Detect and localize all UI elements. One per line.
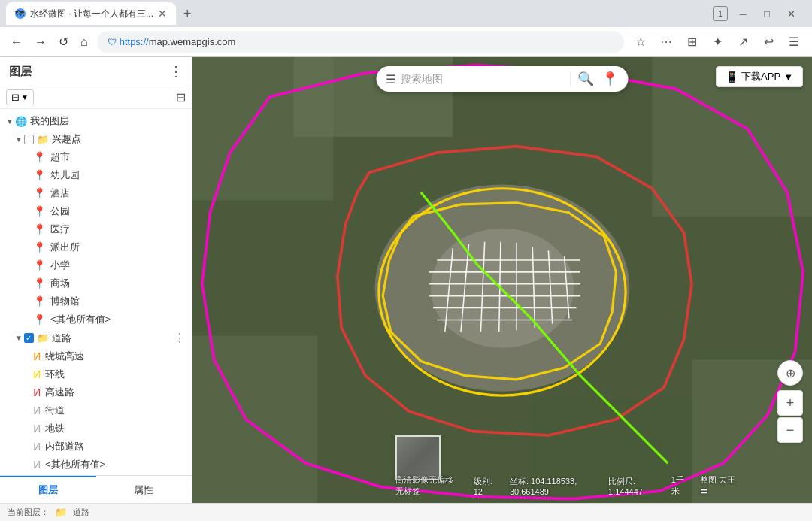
url-protocol: https:// <box>120 36 149 47</box>
map-search-toolbar: ☰ 🔍 📍 <box>377 66 629 92</box>
share-icon[interactable]: ↗ <box>732 32 753 53</box>
tree-item-ring-highway[interactable]: Ͷ 绕城高速 <box>0 347 192 365</box>
new-tab-button[interactable]: + <box>179 5 196 23</box>
layer-type-btn[interactable]: ⊟ ▼ <box>6 89 34 105</box>
url-bar[interactable]: 🛡 https://map.wemapgis.com <box>97 31 624 53</box>
download-app-button[interactable]: 📱 下载APP ▼ <box>716 66 803 87</box>
map-info-bar: 高清影像无偏移无标签 级别: 12 坐标: 104.118533, 30.661… <box>395 474 737 497</box>
road-more-icon[interactable]: ⋮ <box>174 331 186 345</box>
credits-label: 整图 去王 〓 <box>700 474 737 497</box>
tab-layers[interactable]: 图层 <box>0 476 96 503</box>
minimize-icon[interactable]: ─ <box>734 5 752 23</box>
tree-item-poi-others[interactable]: 📍 <其他所有值> <box>0 310 192 329</box>
browser-tab[interactable]: 🗺 水经微图 · 让每一个人都有三... ✕ <box>6 2 176 25</box>
folder-icon-road: 📁 <box>37 332 49 344</box>
map-search-button[interactable]: 🔍 <box>576 69 595 89</box>
tree-item-kindergarten[interactable]: 📍 幼儿园 <box>0 166 192 184</box>
zoom-out-button[interactable]: − <box>777 417 803 443</box>
tree-item-road-group[interactable]: ▼ ✓ 📁 道路 ⋮ <box>0 329 192 347</box>
menu-lines-icon[interactable]: ☰ <box>386 72 396 86</box>
road-ring-highway-icon: Ͷ <box>33 350 41 362</box>
marker-police-icon: 📍 <box>33 241 46 253</box>
street-label: 街道 <box>45 404 65 417</box>
expand-arrow-road[interactable]: ▼ <box>15 334 23 342</box>
marker-others-icon: 📍 <box>33 314 46 326</box>
road-street-icon: Ͷ <box>33 404 41 416</box>
current-layer-value: 道路 <box>73 507 89 518</box>
sidebar-header-icons: ⋮ <box>169 63 183 80</box>
tab-favicon: 🗺 <box>15 8 26 19</box>
map-zoom-controls: ⊕ + − <box>777 360 803 443</box>
highway-label: 高速路 <box>45 386 74 399</box>
sidebar: 图层 ⋮ ⊟ ▼ ⊟ ▼ 🌐 我的图层 ▼ <box>0 57 192 503</box>
more-tools-icon[interactable]: ⋯ <box>656 32 677 53</box>
sidebar-toolbar: ⊟ ▼ ⊟ <box>0 86 192 109</box>
tree-item-internal-road[interactable]: Ͷ 内部道路 <box>0 438 192 456</box>
compass-icon: ⊕ <box>786 366 795 380</box>
toolbar-divider <box>571 71 571 86</box>
tree-item-road-others[interactable]: Ͷ <其他所有值> <box>0 456 192 474</box>
medical-label: 医疗 <box>50 223 70 236</box>
tab-close-btn[interactable]: ✕ <box>158 8 167 20</box>
tree-item-supermarket[interactable]: 📍 超市 <box>0 148 192 166</box>
tree-item-primary-school[interactable]: 📍 小学 <box>0 256 192 274</box>
map-search-input[interactable] <box>401 73 566 85</box>
expand-arrow-my-layers[interactable]: ▼ <box>6 117 14 126</box>
tree-item-medical[interactable]: 📍 医疗 <box>0 220 192 238</box>
tree-item-museum[interactable]: 📍 博物馆 <box>0 292 192 310</box>
bookmark-icon[interactable]: ☆ <box>630 32 651 53</box>
police-label: 派出所 <box>50 241 80 254</box>
internal-road-label: 内部道路 <box>45 440 84 453</box>
download-dropdown-arrow: ▼ <box>783 71 793 83</box>
address-bar: ← → ↺ ⌂ 🛡 https://map.wemapgis.com ☆ ⋯ ⊞… <box>0 27 812 57</box>
scale-label: 比例尺: 1:144447 <box>608 476 659 496</box>
tree-item-ring-road[interactable]: Ͷ 环线 <box>0 365 192 383</box>
filter-icon[interactable]: ⊟ <box>176 91 186 104</box>
undo-icon[interactable]: ↩ <box>758 32 779 53</box>
subway-label: 地铁 <box>45 422 65 435</box>
supermarket-label: 超市 <box>50 150 70 164</box>
back-button[interactable]: ← <box>8 34 26 50</box>
url-domain: map.wemapgis.com <box>149 36 236 47</box>
tree-item-highway[interactable]: Ͷ 高速路 <box>0 383 192 401</box>
close-window-icon[interactable]: ✕ <box>782 5 800 23</box>
map-location-button[interactable]: 📍 <box>600 69 620 89</box>
tab-attributes[interactable]: 属性 <box>96 476 192 503</box>
refresh-button[interactable]: ↺ <box>56 33 71 50</box>
expand-arrow-poi[interactable]: ▼ <box>15 135 23 144</box>
road-group-label: 道路 <box>52 332 71 345</box>
maximize-icon[interactable]: □ <box>758 5 776 23</box>
compass-button[interactable]: ⊕ <box>777 360 803 386</box>
home-button[interactable]: ⌂ <box>77 34 91 50</box>
tree-item-park[interactable]: 📍 公园 <box>0 202 192 220</box>
road-internal-icon: Ͷ <box>33 441 41 453</box>
tree-item-street[interactable]: Ͷ 街道 <box>0 401 192 420</box>
road-others-label: <其他所有值> <box>45 458 105 471</box>
menu-icon[interactable]: ☰ <box>783 32 804 53</box>
marker-hotel-icon: 📍 <box>33 187 46 199</box>
zoom-in-button[interactable]: + <box>777 390 803 416</box>
tree-item-police[interactable]: 📍 派出所 <box>0 238 192 256</box>
tree-item-subway[interactable]: Ͷ 地铁 <box>0 420 192 438</box>
map-thumbnail[interactable] <box>395 435 441 480</box>
forward-button[interactable]: → <box>32 34 50 50</box>
map-area[interactable]: ☰ 🔍 📍 📱 下载APP ▼ ⊕ + − <box>192 57 812 503</box>
tree-item-poi-group[interactable]: ▼ 📁 兴趣点 <box>0 130 192 148</box>
tree-item-mall[interactable]: 📍 商场 <box>0 274 192 292</box>
satellite-label: 高清影像无偏移无标签 <box>395 474 462 497</box>
poi-checkbox[interactable] <box>24 135 34 144</box>
road-ring-icon: Ͷ <box>33 368 41 380</box>
mobile-icon: 📱 <box>726 71 738 83</box>
extensions-icon[interactable]: ⊞ <box>681 32 702 53</box>
current-layer-label: 当前图层： <box>8 507 49 518</box>
star-icon[interactable]: ✦ <box>707 32 728 53</box>
svg-rect-3 <box>192 336 317 503</box>
road-checkbox[interactable]: ✓ <box>24 333 34 343</box>
grid-icon: ⊟ <box>11 92 20 103</box>
sidebar-more-icon[interactable]: ⋮ <box>169 63 183 80</box>
tree-item-hotel[interactable]: 📍 酒店 <box>0 184 192 202</box>
tab-bar: 🗺 水经微图 · 让每一个人都有三... ✕ + 1 ─ □ ✕ <box>0 0 812 27</box>
tree-item-my-layers[interactable]: ▼ 🌐 我的图层 <box>0 112 192 130</box>
road-subway-icon: Ͷ <box>33 423 41 435</box>
level-label: 级别: 12 <box>474 476 498 496</box>
